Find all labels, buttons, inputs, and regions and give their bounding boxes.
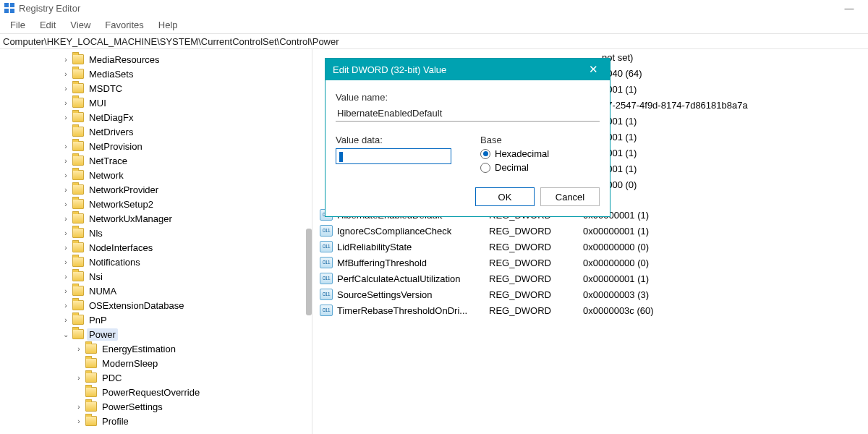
tree-item[interactable]: ›MSDTC [61,81,312,95]
chevron-right-icon[interactable]: › [61,99,71,107]
tree-item[interactable]: ›PDC [61,370,312,385]
chevron-right-icon[interactable]: › [61,258,71,266]
tree-item[interactable]: ›NetDiagFx [61,110,312,124]
chevron-right-icon[interactable]: › [61,171,71,179]
tree-item[interactable]: ›NUMA [61,284,312,298]
chevron-right-icon[interactable]: › [61,200,71,208]
chevron-right-icon[interactable]: › [61,56,71,64]
tree-item[interactable]: ›MediaResources [61,52,312,67]
tree-item[interactable]: ›NetworkUxManager [61,211,312,226]
chevron-right-icon[interactable]: › [61,70,71,78]
dialog-titlebar[interactable]: Edit DWORD (32-bit) Value ✕ [326,59,610,80]
tree-item[interactable]: ›NodeInterfaces [61,240,312,255]
tree-item[interactable]: ·NetDrivers [61,124,312,139]
folder-icon [72,170,84,180]
ok-button[interactable]: OK [475,187,535,206]
cancel-button[interactable]: Cancel [540,187,600,206]
chevron-right-icon[interactable]: › [61,316,71,324]
chevron-right-icon[interactable]: › [61,244,71,252]
menu-view[interactable]: View [63,17,98,33]
chevron-right-icon[interactable]: › [61,273,71,281]
chevron-right-icon[interactable]: › [74,345,84,353]
value-data-field[interactable] [336,148,451,164]
value-row[interactable]: PerfCalculateActualUtilizationREG_DWORD0… [312,271,868,286]
tree-item[interactable]: ·ModernSleep [61,356,312,370]
folder-icon [85,373,97,383]
folder-icon [72,242,84,252]
tree-item-label: Power [87,328,118,341]
value-row[interactable]: IgnoreCsComplianceCheckREG_DWORD0x000000… [312,223,868,239]
chevron-right-icon[interactable]: › [74,417,84,425]
radio-dec[interactable]: Decimal [480,162,600,173]
dword-icon [320,289,333,300]
tree-scrollbar[interactable] [306,229,312,315]
folder-icon [72,54,84,64]
tree-item[interactable]: ›Nsi [61,269,312,284]
tree-item[interactable]: ›MediaSets [61,67,312,81]
chevron-right-icon[interactable]: › [61,157,71,165]
value-type: REG_DWORD [489,289,583,300]
tree-item[interactable]: ›NetTrace [61,153,312,168]
tree-item[interactable]: ›PowerSettings [61,399,312,414]
chevron-right-icon[interactable]: › [74,374,84,382]
address-bar[interactable]: Computer\HKEY_LOCAL_MACHINE\SYSTEM\Curre… [0,33,868,49]
chevron-right-icon[interactable]: › [61,215,71,223]
tree-item[interactable]: ›Notifications [61,255,312,269]
titlebar: Registry Editor — [0,0,868,16]
menu-favorites[interactable]: Favorites [98,17,150,33]
chevron-right-icon[interactable]: › [61,114,71,122]
radio-dec-icon [480,163,490,173]
chevron-right-icon[interactable]: › [74,403,84,411]
value-row[interactable]: LidReliabilityStateREG_DWORD0x00000000 (… [312,239,868,255]
tree-item[interactable]: ›NetworkProvider [61,182,312,197]
menu-help[interactable]: Help [151,17,185,33]
chevron-right-icon[interactable]: › [61,287,71,295]
window-title: Registry Editor [19,3,80,14]
tree-item-label: NetworkSetup2 [87,198,156,210]
menu-file[interactable]: File [3,17,33,33]
tree-item[interactable]: ›Network [61,168,312,182]
value-row[interactable]: TimerRebaseThresholdOnDri...REG_DWORD0x0… [312,302,868,318]
folder-icon [72,69,84,79]
close-icon[interactable]: ✕ [584,63,603,76]
value-data: 0x00000001 (1) [583,210,868,221]
tree-item[interactable]: ›NetworkSetup2 [61,197,312,211]
tree-item-label: MediaSets [87,68,135,80]
chevron-right-icon[interactable]: › [61,302,71,310]
dialog-title: Edit DWORD (32-bit) Value [333,64,446,75]
tree-item[interactable]: ·PowerRequestOverride [61,385,312,399]
dword-icon [320,241,333,252]
value-name: PerfCalculateActualUtilization [337,273,489,284]
tree-item[interactable]: ⌄Power [61,327,312,341]
chevron-right-icon[interactable]: › [61,229,71,237]
tree-item[interactable]: ›Nls [61,226,312,240]
tree-item[interactable]: ›OSExtensionDatabase [61,298,312,312]
tree-item-label: NodeInterfaces [87,242,155,254]
tree-item-label: Nls [87,227,105,239]
svg-rect-1 [10,3,14,7]
dword-icon [320,225,333,237]
menu-edit[interactable]: Edit [33,17,63,33]
minimize-button[interactable]: — [835,3,864,14]
tree-item[interactable]: ›Profile [61,414,312,428]
value-name: MfBufferingThreshold [337,258,489,268]
folder-icon [72,271,84,281]
value-type: REG_DWORD [489,273,583,284]
chevron-right-icon[interactable]: › [61,142,71,150]
folder-icon [85,387,97,397]
tree-item[interactable]: ›EnergyEstimation [61,341,312,356]
chevron-right-icon[interactable]: › [61,186,71,194]
folder-icon [72,213,84,224]
obscured-data-3: 77-2547-4f9d-8174-7d86181b8a7a [602,100,748,111]
radio-hex[interactable]: Hexadecimal [480,148,600,159]
tree-pane[interactable]: ›MediaResources›MediaSets›MSDTC›MUI›NetD… [0,49,312,434]
value-name-field[interactable] [336,106,600,122]
value-row[interactable]: MfBufferingThresholdREG_DWORD0x00000000 … [312,255,868,271]
tree-item[interactable]: ›NetProvision [61,139,312,153]
svg-rect-2 [4,9,9,13]
tree-item[interactable]: ›PnP [61,312,312,327]
chevron-down-icon[interactable]: ⌄ [61,331,71,339]
value-row[interactable]: SourceSettingsVersionREG_DWORD0x00000003… [312,286,868,302]
chevron-right-icon[interactable]: › [61,85,71,93]
tree-item[interactable]: ›MUI [61,95,312,110]
